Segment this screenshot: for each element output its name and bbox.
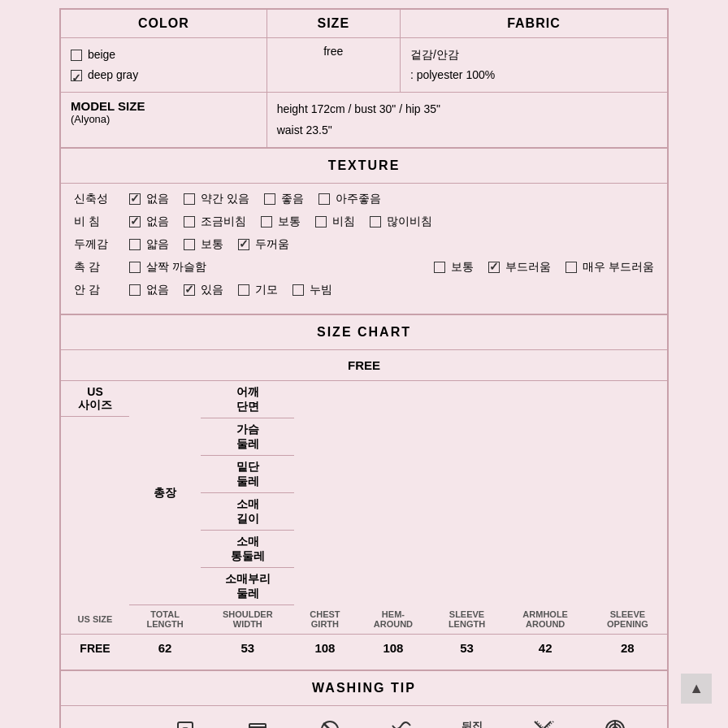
fabric-detail: : polyester 100% (410, 65, 657, 85)
opt-있음: 있음 (184, 283, 223, 297)
wash-icon-4 (318, 717, 342, 728)
col-chest-girth-en: CHESTGIRTH (294, 605, 355, 635)
texture-row-dukegam: 두께감 얇음 보통 두꺼움 (74, 237, 654, 252)
size-chart-section: SIZE CHART FREE US사이즈 총장 어깨단면 가슴둘레 밑단둘레 … (60, 314, 668, 671)
size-data-row: FREE 62 53 108 108 53 42 28 (61, 635, 667, 662)
opt-부드러움: 부드러움 (488, 260, 551, 275)
cb-매우부드러움 (566, 262, 577, 273)
size-sleeve-length: 53 (431, 635, 502, 662)
size-value: free (323, 45, 343, 58)
col-sleeve-length-en: SLEEVELENGTH (431, 605, 502, 635)
cb-두꺼움 (238, 239, 249, 250)
wash-icon-3 (245, 717, 270, 728)
scroll-up-button[interactable]: ▲ (681, 674, 712, 704)
texture-row-bichem: 비 침 없음 조금비침 보통 비침 많이비침 (74, 214, 654, 229)
cb-약간있음 (184, 193, 195, 205)
color-size-fabric-table: COLOR SIZE FABRIC beige deep gray free (60, 9, 668, 148)
washing-section: WASHING TIP 울 (60, 670, 668, 728)
col-hem-around-kr: 밑단둘레 (201, 456, 294, 493)
opt-살짝까슬함: 살짝 까슬함 (129, 260, 206, 275)
texture-row-shinchuk: 신축성 없음 약간 있음 좋음 아주좋음 (74, 192, 654, 206)
product-info-container: COLOR SIZE FABRIC beige deep gray free (59, 8, 669, 728)
color-deep-gray: deep gray (71, 65, 257, 85)
size-total-length: 62 (129, 635, 201, 662)
col-hem-around-en: HEM-AROUND (355, 605, 431, 635)
size-sleeve-opening: 28 (588, 635, 667, 662)
opt-두꺼움: 두꺼움 (238, 237, 289, 252)
cb-있음 (184, 284, 195, 296)
col-chest-girth-kr: 가슴둘레 (201, 418, 294, 456)
size-table: US사이즈 총장 어깨단면 가슴둘레 밑단둘레 소매길이 소매통둘레 소매부리둘… (61, 381, 667, 662)
wash-icon-1 (101, 717, 125, 728)
wash-symbol-8 (603, 717, 627, 728)
opt-아주좋음: 아주좋음 (318, 192, 381, 206)
opt-없음-5: 없음 (129, 283, 169, 297)
col-sleeve-length-kr: 소매길이 (201, 493, 294, 531)
cb-좋음 (264, 193, 275, 205)
wash-icon-5 (389, 717, 414, 728)
col-us-size-en: US SIZE (61, 605, 129, 635)
wash-symbol-6: 뒤집어서 (462, 720, 483, 728)
model-info-line1: height 172cm / bust 30" / hip 35" (277, 99, 657, 119)
cb-기모 (238, 284, 249, 296)
opt-약간있음: 약간 있음 (184, 192, 249, 206)
opt-기모: 기모 (238, 283, 278, 297)
model-info-cell: height 172cm / bust 30" / hip 35" waist … (266, 93, 667, 147)
wash-icon-7 (531, 717, 555, 728)
wash-symbol-4 (318, 717, 342, 728)
wash-icon-6: 뒤집어서 (462, 720, 483, 728)
wash-symbol-2: 울 (173, 717, 197, 728)
col-shoulder-width-en: SHOULDERWIDTH (201, 605, 294, 635)
model-name: (Alyona) (71, 113, 257, 125)
model-size-label: MODEL SIZE (71, 99, 257, 113)
opt-좋음: 좋음 (264, 192, 304, 206)
texture-row-chokgam: 촉 감 살짝 까슬함 보통 부드러움 매우 부드러움 (74, 260, 654, 275)
color-beige: beige (71, 45, 257, 65)
fabric-cell: 겉감/안감 : polyester 100% (400, 38, 667, 93)
color-cell: beige deep gray (61, 38, 267, 93)
size-armhole-around: 42 (503, 635, 588, 662)
cb-누빔 (292, 284, 304, 296)
col-shoulder-width-kr: 어깨단면 (201, 381, 294, 418)
texture-label-angam: 안 감 (74, 283, 115, 297)
texture-row-angam: 안 감 없음 있음 기모 누빔 (74, 283, 654, 297)
cb-얇음 (129, 239, 141, 250)
col-sleeve-opening-en: SLEEVEOPENING (588, 605, 667, 635)
col-total-length-kr: 총장 (129, 381, 201, 605)
wash-icon-2: 울 (173, 717, 197, 728)
size-chest-girth: 108 (294, 635, 355, 662)
washing-icons-row: 울 (61, 706, 667, 728)
opt-없음-2: 없음 (129, 214, 169, 229)
texture-label-dukegam: 두께감 (74, 237, 115, 252)
model-info-line2: waist 23.5" (277, 120, 657, 141)
texture-content: 신축성 없음 약간 있음 좋음 아주좋음 비 침 없음 조금비침 보통 비침 많… (61, 184, 667, 314)
texture-label-shinchuk: 신축성 (74, 192, 115, 206)
col-armhole-around-en: ARMHOLEAROUND (503, 605, 588, 635)
size-header: SIZE (266, 10, 400, 38)
size-chart-title: SIZE CHART (61, 315, 667, 350)
opt-조금비침: 조금비침 (184, 214, 246, 229)
fabric-korean: 겉감/안감 (410, 45, 657, 65)
opt-보통-4: 보통 (434, 260, 474, 275)
texture-label-bichem: 비 침 (74, 214, 115, 229)
model-label-cell: MODEL SIZE (Alyona) (61, 93, 267, 147)
col-sleeve-opening-kr: 소매부리둘레 (201, 568, 294, 605)
texture-label-chokgam: 촉 감 (74, 260, 115, 275)
cb-조금비침 (184, 216, 195, 228)
color-header: COLOR (61, 10, 267, 38)
wash-symbol-5 (389, 717, 414, 728)
wash-symbol-7 (531, 717, 555, 728)
wash-symbol-3 (245, 717, 270, 728)
cb-아주좋음 (318, 193, 330, 205)
cb-보통-4 (434, 262, 445, 273)
cb-살짝까슬함 (129, 262, 141, 273)
cb-부드러움 (488, 262, 500, 273)
cb-없음-5 (129, 284, 141, 296)
opt-많이비침: 많이비침 (370, 214, 432, 229)
cb-없음-2 (129, 216, 141, 228)
opt-얇음: 얇음 (129, 237, 169, 252)
opt-매우부드러움: 매우 부드러움 (566, 260, 654, 275)
texture-section-header: TEXTURE (60, 148, 668, 184)
size-hem-around: 108 (355, 635, 431, 662)
texture-section: 신축성 없음 약간 있음 좋음 아주좋음 비 침 없음 조금비침 보통 비침 많… (60, 184, 668, 314)
